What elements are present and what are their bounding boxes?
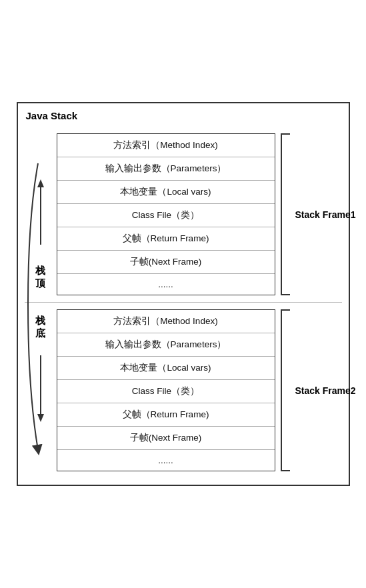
- frame2-box: 方法索引（Method Index) 输入输出参数（Parameters） 本地…: [57, 309, 275, 471]
- frame1-row-5: 子帧(Next Frame): [57, 251, 275, 274]
- frame1-label-char1: 栈: [35, 265, 45, 277]
- frame1-side-label: 栈 顶: [25, 133, 57, 295]
- java-stack-diagram: Java Stack 栈 顶 方法索引（Method Index) 输入输出参数…: [17, 102, 350, 486]
- frame2-right-side: Stack Frame2: [275, 309, 342, 471]
- frame2-side-label: 栈 底: [25, 309, 57, 471]
- frame2-row-4: 父帧（Return Frame): [57, 403, 275, 427]
- frame2-row-5: 子帧(Next Frame): [57, 427, 275, 450]
- frame2-row-3: Class File（类）: [57, 380, 275, 403]
- frame1-right-side: Stack Frame1: [275, 133, 342, 295]
- frame1-row-4: 父帧（Return Frame): [57, 227, 275, 251]
- frame2-label-char2: 底: [35, 327, 45, 340]
- frame1-row-2: 本地变量（Local vars): [57, 181, 275, 204]
- frame1-row-6: ......: [57, 274, 275, 295]
- frame1-row-1: 输入输出参数（Parameters）: [57, 157, 275, 181]
- frame1-row-0: 方法索引（Method Index): [57, 134, 275, 157]
- stack-frame1-section: 栈 顶 方法索引（Method Index) 输入输出参数（Parameters…: [25, 127, 342, 303]
- frame1-row-3: Class File（类）: [57, 204, 275, 227]
- svg-marker-1: [37, 179, 44, 187]
- frame2-row-2: 本地变量（Local vars): [57, 357, 275, 380]
- frame2-label: Stack Frame2: [295, 385, 356, 397]
- frame1-box: 方法索引（Method Index) 输入输出参数（Parameters） 本地…: [57, 133, 275, 295]
- frame2-label-char1: 栈: [35, 315, 45, 327]
- frame1-label: Stack Frame1: [295, 209, 356, 221]
- stack-frame2-section: 栈 底 方法索引（Method Index) 输入输出参数（Parameters…: [25, 303, 342, 478]
- svg-marker-3: [37, 414, 44, 422]
- frame1-label-char2: 顶: [35, 277, 45, 290]
- diagram-title: Java Stack: [25, 110, 342, 121]
- frame2-row-6: ......: [57, 450, 275, 471]
- frame2-row-1: 输入输出参数（Parameters）: [57, 333, 275, 357]
- frame2-row-0: 方法索引（Method Index): [57, 310, 275, 333]
